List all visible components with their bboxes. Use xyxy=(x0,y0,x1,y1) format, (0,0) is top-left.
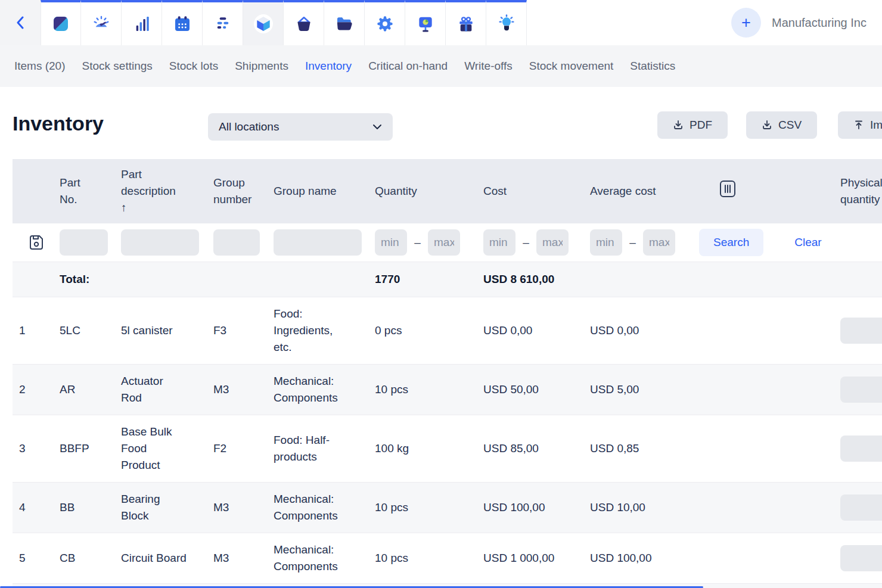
cell-group-name: Mechanical: Components xyxy=(274,533,375,584)
tab-dashboard[interactable] xyxy=(81,0,122,45)
pdf-label: PDF xyxy=(690,119,712,132)
tab-analytics[interactable] xyxy=(122,0,162,45)
export-csv-button[interactable]: CSV xyxy=(746,111,817,139)
filter-cost-min-input[interactable] xyxy=(483,229,515,256)
physical-quantity-input[interactable] xyxy=(840,377,882,403)
cell-physical-quantity xyxy=(834,584,882,588)
cell-average-cost: USD 0,85 xyxy=(590,415,697,483)
tab-calendar[interactable] xyxy=(162,0,203,45)
table-row[interactable]: 4 BB Bearing Block M3 Mechanical: Compon… xyxy=(13,483,882,533)
save-icon xyxy=(28,234,45,251)
gift-icon xyxy=(456,14,476,33)
bar-chart-icon xyxy=(132,14,151,33)
filter-description-input[interactable] xyxy=(121,229,199,256)
topbar-right: + Manufacturing Inc xyxy=(731,0,882,45)
cell-physical-quantity xyxy=(834,533,882,584)
table-row[interactable]: 5 CB Circuit Board M3 Mechanical: Compon… xyxy=(13,533,882,584)
header-average-cost[interactable]: Average cost xyxy=(590,159,697,223)
cell-average-cost: USD 100,00 xyxy=(590,533,697,584)
filter-part-no-input[interactable] xyxy=(60,229,108,256)
table-row[interactable]: 2 AR Actuator Rod M3 Mechanical: Compone… xyxy=(13,365,882,415)
header-physical-quantity[interactable]: Physical quantity xyxy=(834,159,882,223)
columns-icon[interactable] xyxy=(719,179,737,199)
download-icon xyxy=(762,120,772,130)
physical-quantity-input[interactable] xyxy=(840,494,882,521)
header-cost[interactable]: Cost xyxy=(483,159,590,223)
filter-group-name-input[interactable] xyxy=(274,229,362,256)
tab-settings[interactable] xyxy=(365,0,405,45)
clear-button[interactable]: Clear xyxy=(794,234,821,251)
cell-physical-quantity xyxy=(834,483,882,533)
cell-description: Bearing Block xyxy=(121,483,213,533)
filter-average-cost-min-input[interactable] xyxy=(590,229,622,256)
header-group-name[interactable]: Group name xyxy=(274,159,375,223)
tab-planning[interactable] xyxy=(203,0,243,45)
tab-files[interactable] xyxy=(324,0,365,45)
cell-quantity: 10 pcs xyxy=(375,533,483,584)
table-header-row: Part No. Part description ↑ Group number… xyxy=(13,159,882,223)
tab-inventory-current[interactable] xyxy=(243,0,284,45)
nav-item[interactable]: Stock settings xyxy=(82,60,153,73)
tab-app-logo[interactable] xyxy=(41,0,81,45)
physical-quantity-input[interactable] xyxy=(840,318,882,344)
cell-group-number: F3 xyxy=(213,297,274,365)
header-part-no[interactable]: Part No. xyxy=(60,159,121,223)
plus-icon: + xyxy=(741,14,751,32)
total-row: Total: 1770 USD 8 610,00 xyxy=(13,262,882,297)
nav-item[interactable]: Stock movement xyxy=(529,60,614,73)
chevron-down-icon xyxy=(372,124,382,130)
tab-ideas[interactable] xyxy=(486,0,527,45)
gantt-icon xyxy=(213,14,232,33)
physical-quantity-input[interactable] xyxy=(840,435,882,462)
cell-quantity: 100 kg xyxy=(375,415,483,483)
company-name[interactable]: Manufacturing Inc xyxy=(772,16,882,30)
cell-group-name: Mechanical: Components xyxy=(274,483,375,533)
cell-part-no: BB xyxy=(60,483,121,533)
add-button[interactable]: + xyxy=(731,8,761,38)
app-logo-icon xyxy=(51,14,70,33)
import-button[interactable]: Import xyxy=(838,111,882,139)
table-row[interactable]: 3 BBFP Base Bulk Food Product F2 Food: H… xyxy=(13,415,882,483)
download-icon xyxy=(673,120,684,130)
inventory-table: Part No. Part description ↑ Group number… xyxy=(13,159,882,588)
cell-group-name: Food: Ingredients, etc. xyxy=(274,297,375,365)
physical-quantity-input[interactable] xyxy=(840,545,882,571)
table-row[interactable]: 1 5LC 5l canister F3 Food: Ingredients, … xyxy=(13,297,882,365)
header-index xyxy=(13,159,60,223)
sort-ascending-icon[interactable]: ↑ xyxy=(121,201,127,214)
nav-item[interactable]: Inventory xyxy=(305,60,352,73)
tab-rewards[interactable] xyxy=(446,0,486,45)
back-button[interactable] xyxy=(0,0,41,45)
range-dash: – xyxy=(622,234,643,251)
cell-physical-quantity xyxy=(834,297,882,365)
filter-quantity-min-input[interactable] xyxy=(375,229,407,256)
header-group-number[interactable]: Group number xyxy=(213,159,274,223)
nav-item[interactable]: Stock lots xyxy=(169,60,218,73)
nav-item[interactable]: Shipments xyxy=(235,60,288,73)
cell-part-no: AR xyxy=(60,365,121,415)
filter-quantity-max-input[interactable] xyxy=(428,229,460,256)
calendar-icon xyxy=(173,14,192,33)
cell-part-no: BBFP xyxy=(60,415,121,483)
cell-cost: USD 50,00 xyxy=(483,365,590,415)
nav-item[interactable]: Items (20) xyxy=(14,60,66,73)
filter-cost-max-input[interactable] xyxy=(536,229,569,256)
search-button[interactable]: Search xyxy=(699,229,763,256)
header-part-description[interactable]: Part description ↑ xyxy=(121,159,213,223)
folder-icon xyxy=(335,14,354,33)
nav-item[interactable]: Statistics xyxy=(630,60,675,73)
filter-group-number-input[interactable] xyxy=(213,229,260,256)
row-index: 4 xyxy=(13,483,60,533)
export-pdf-button[interactable]: PDF xyxy=(657,111,728,139)
nav-item[interactable]: Critical on-hand xyxy=(368,60,448,73)
cell-group-number: M3 xyxy=(213,365,274,415)
nav-item[interactable]: Write-offs xyxy=(464,60,513,73)
filter-average-cost-max-input[interactable] xyxy=(643,229,675,256)
location-select[interactable]: All locations xyxy=(208,113,393,141)
header-quantity[interactable]: Quantity xyxy=(375,159,483,223)
tab-reports[interactable] xyxy=(405,0,446,45)
save-filter-button[interactable] xyxy=(13,234,60,251)
cell-cost: USD 100,00 xyxy=(483,483,590,533)
location-select-value: All locations xyxy=(219,120,372,133)
tab-orders[interactable] xyxy=(284,0,324,45)
